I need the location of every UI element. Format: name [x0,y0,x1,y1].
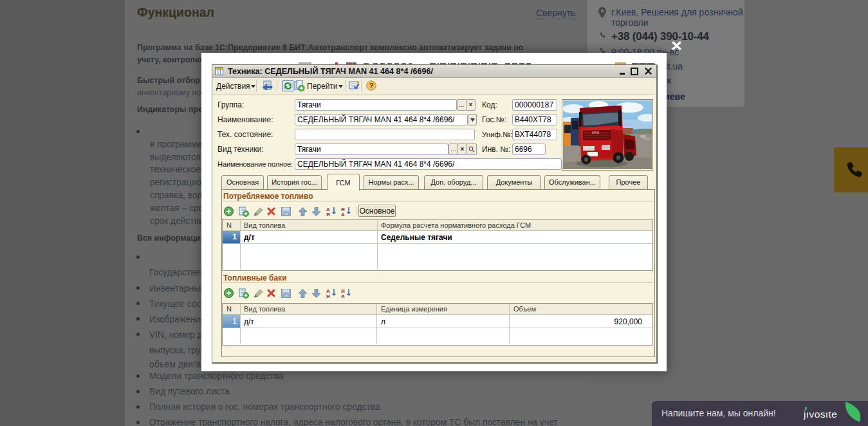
svg-text:Я: Я [326,212,330,217]
svg-text:ток: ток [284,212,288,216]
svg-text:?: ? [369,82,374,89]
svg-text:А: А [341,293,345,299]
svg-text:А: А [341,212,345,217]
svg-text:ток: ток [284,294,288,297]
svg-text:Я: Я [326,293,330,299]
svg-text:MAN: MAN [592,131,600,134]
